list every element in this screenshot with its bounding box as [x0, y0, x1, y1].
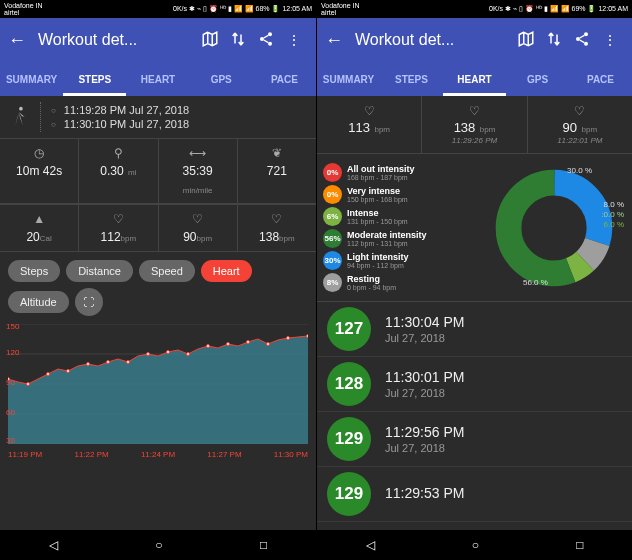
svg-point-12	[67, 370, 70, 373]
start-time: 11:19:28 PM Jul 27, 2018	[51, 104, 308, 116]
android-nav: ◁ ○ □	[317, 530, 632, 560]
stat-hr-min: ♡90bpm	[159, 205, 238, 251]
svg-point-11	[47, 373, 50, 376]
nav-back[interactable]: ◁	[366, 538, 375, 552]
hr-min: ♡90 bpm11:22:01 PM	[528, 96, 632, 153]
heart-min-icon: ♡	[532, 104, 628, 118]
tab-pace[interactable]: PACE	[569, 62, 632, 96]
stat-distance: ⚲0.30 mi	[79, 139, 158, 203]
stat-steps: ❦721	[238, 139, 316, 203]
footsteps-icon: ❦	[242, 145, 312, 161]
svg-point-0	[268, 32, 272, 36]
pin-icon: ⚲	[83, 145, 153, 161]
hr-max: ♡138 bpm11:29:26 PM	[422, 96, 527, 153]
share-icon[interactable]	[568, 31, 596, 50]
stat-pace: ⟷35:39min/mile	[159, 139, 238, 203]
tab-gps[interactable]: GPS	[506, 62, 569, 96]
nav-back[interactable]: ◁	[49, 538, 58, 552]
tab-heart[interactable]: HEART	[443, 62, 506, 96]
zone-very: 0%Very intense150 bpm - 168 bpm	[323, 185, 481, 204]
donut-label-dkgreen: 56.0 %	[523, 278, 548, 287]
svg-point-25	[584, 32, 588, 36]
content-left: 11:19:28 PM Jul 27, 2018 11:30:10 PM Jul…	[0, 96, 316, 474]
time-range: 11:19:28 PM Jul 27, 2018 11:30:10 PM Jul…	[0, 96, 316, 138]
zone-allout: 0%All out intensity168 bpm - 187 bpm	[323, 163, 481, 182]
tab-steps[interactable]: STEPS	[380, 62, 443, 96]
clock-icon: ◷	[4, 145, 74, 161]
heart-icon: ♡	[83, 211, 153, 227]
list-item[interactable]: 12911:29:53 PM	[317, 467, 632, 522]
svg-point-20	[227, 343, 230, 346]
svg-point-19	[207, 345, 210, 348]
nav-home[interactable]: ○	[472, 538, 479, 552]
zones-section: 0%All out intensity168 bpm - 187 bpm 0%V…	[317, 154, 632, 302]
nav-home[interactable]: ○	[155, 538, 162, 552]
tab-summary[interactable]: SUMMARY	[317, 62, 380, 96]
map-icon[interactable]	[196, 30, 224, 51]
status-icons: 0K/s ✱ ⌁ ▯ ⏰ ᴴᴰ ▮ 📶 📶 69% 🔋 12:05 AM	[489, 5, 628, 13]
list-item[interactable]: 12911:29:56 PMJul 27, 2018	[317, 412, 632, 467]
svg-point-26	[576, 37, 580, 41]
hr-readings-list[interactable]: 12711:30:04 PMJul 27, 2018 12811:30:01 P…	[317, 302, 632, 522]
heart-icon: ♡	[321, 104, 417, 118]
app-bar: ← Workout det... ⋮	[317, 18, 632, 62]
pill-speed[interactable]: Speed	[139, 260, 195, 282]
heart-max-icon: ♡	[426, 104, 522, 118]
phone-right: Vodafone IN airtel 0K/s ✱ ⌁ ▯ ⏰ ᴴᴰ ▮ 📶 📶…	[316, 0, 632, 560]
ytick-120: 120	[6, 348, 19, 357]
nav-recent[interactable]: □	[576, 538, 583, 552]
pill-altitude[interactable]: Altitude	[8, 291, 69, 313]
pill-heart[interactable]: Heart	[201, 260, 252, 282]
stat-hr-avg: ♡112bpm	[79, 205, 158, 251]
pill-distance[interactable]: Distance	[66, 260, 133, 282]
tab-summary[interactable]: SUMMARY	[0, 62, 63, 96]
more-icon[interactable]: ⋮	[596, 32, 624, 48]
pill-steps[interactable]: Steps	[8, 260, 60, 282]
app-bar: ← Workout det... ⋮	[0, 18, 316, 62]
svg-point-18	[187, 353, 190, 356]
tab-heart[interactable]: HEART	[126, 62, 189, 96]
zone-light: 30%Light intensity94 bpm - 112 bpm	[323, 251, 481, 270]
nav-recent[interactable]: □	[260, 538, 267, 552]
svg-point-22	[267, 343, 270, 346]
zone-resting: 8%Resting0 bpm - 94 bpm	[323, 273, 481, 292]
content-right: ♡113 bpm ♡138 bpm11:29:26 PM ♡90 bpm11:2…	[317, 96, 632, 522]
tabs: SUMMARY STEPS HEART GPS PACE	[0, 62, 316, 96]
more-icon[interactable]: ⋮	[280, 32, 308, 48]
tab-gps[interactable]: GPS	[190, 62, 253, 96]
tab-pace[interactable]: PACE	[253, 62, 316, 96]
walk-icon	[8, 102, 32, 132]
status-icons: 0K/s ✱ ⌁ ▯ ⏰ ᴴᴰ ▮ 📶 📶 68% 🔋 12:05 AM	[173, 5, 312, 13]
back-button[interactable]: ←	[325, 30, 343, 51]
flame-icon: ▲	[4, 211, 74, 227]
back-button[interactable]: ←	[8, 30, 26, 51]
pace-icon: ⟷	[163, 145, 233, 161]
stat-hr-max: ♡138bpm	[238, 205, 316, 251]
hr-summary: ♡113 bpm ♡138 bpm11:29:26 PM ♡90 bpm11:2…	[317, 96, 632, 154]
status-carrier: Vodafone IN airtel	[321, 2, 360, 16]
heart-max-icon: ♡	[242, 211, 312, 227]
phone-left: Vodafone IN airtel 0K/s ✱ ⌁ ▯ ⏰ ᴴᴰ ▮ 📶 📶…	[0, 0, 316, 560]
svg-point-21	[247, 341, 250, 344]
share-icon[interactable]	[252, 31, 280, 50]
stats-row-1: ◷10m 42s ⚲0.30 mi ⟷35:39min/mile ❦721	[0, 138, 316, 204]
ytick-90: 90	[6, 378, 15, 387]
tab-steps[interactable]: STEPS	[63, 62, 126, 96]
svg-point-1	[260, 37, 264, 41]
list-item[interactable]: 12711:30:04 PMJul 27, 2018	[317, 302, 632, 357]
tabs: SUMMARY STEPS HEART GPS PACE	[317, 62, 632, 96]
stat-duration: ◷10m 42s	[0, 139, 79, 203]
sort-icon[interactable]	[224, 30, 252, 51]
svg-point-24	[307, 335, 309, 338]
fullscreen-toggle[interactable]: ⛶	[75, 288, 103, 316]
donut-label-grey: 8.0 %	[604, 200, 624, 209]
status-bar: Vodafone IN airtel 0K/s ✱ ⌁ ▯ ⏰ ᴴᴰ ▮ 📶 📶…	[0, 0, 316, 18]
list-item[interactable]: 12811:30:01 PMJul 27, 2018	[317, 357, 632, 412]
sort-icon[interactable]	[540, 30, 568, 51]
svg-point-10	[27, 383, 30, 386]
map-icon[interactable]	[512, 30, 540, 51]
donut-label-ltgreen: :0.0 %	[601, 210, 624, 219]
ytick-150: 150	[6, 322, 19, 331]
svg-point-13	[87, 363, 90, 366]
hr-chart[interactable]: 150 120 90 60 30 11:19 PM 11:22 PM 11:24…	[8, 324, 308, 474]
